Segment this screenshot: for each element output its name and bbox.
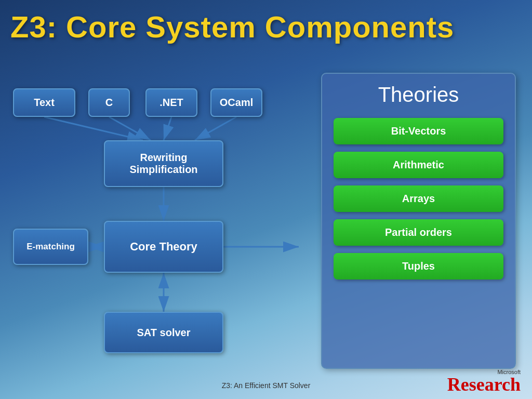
theory-arithmetic[interactable]: Arithmetic — [334, 152, 503, 178]
rewriting-label: RewritingSimplification — [129, 152, 197, 176]
sat-solver-box: SAT solver — [104, 312, 223, 353]
theories-title: Theories — [334, 83, 503, 107]
theory-tuples[interactable]: Tuples — [334, 253, 503, 280]
input-c-box: C — [88, 88, 130, 117]
input-ocaml-label: OCaml — [220, 97, 253, 109]
research-label: Research — [447, 374, 521, 395]
svg-line-4 — [164, 117, 171, 140]
research-text: Research — [447, 374, 521, 395]
theory-bitvectors[interactable]: Bit-Vectors — [334, 118, 503, 144]
page-title: Z3: Core System Components — [10, 9, 454, 44]
svg-line-3 — [109, 117, 151, 140]
theories-panel: Theories Bit-Vectors Arithmetic Arrays P… — [321, 73, 516, 369]
input-text-label: Text — [34, 97, 55, 109]
input-ocaml-box: OCaml — [210, 88, 262, 117]
input-text-box: Text — [13, 88, 75, 117]
theory-partial-orders[interactable]: Partial orders — [334, 219, 503, 246]
sat-solver-label: SAT solver — [137, 327, 191, 339]
ms-research-logo: Microsoft Research — [447, 369, 521, 394]
core-theory-box: Core Theory — [104, 221, 223, 273]
ematching-label: E-matching — [26, 242, 75, 252]
input-c-label: C — [105, 97, 113, 109]
input-net-label: .NET — [159, 97, 183, 109]
core-theory-label: Core Theory — [130, 240, 197, 254]
svg-line-2 — [44, 117, 143, 140]
ematching-box: E-matching — [13, 229, 88, 265]
rewriting-box: RewritingSimplification — [104, 140, 223, 187]
svg-line-5 — [195, 117, 236, 140]
theory-arrays[interactable]: Arrays — [334, 185, 503, 212]
input-net-box: .NET — [145, 88, 197, 117]
diagram-area: Text C .NET OCaml RewritingSimplificatio… — [8, 73, 320, 374]
